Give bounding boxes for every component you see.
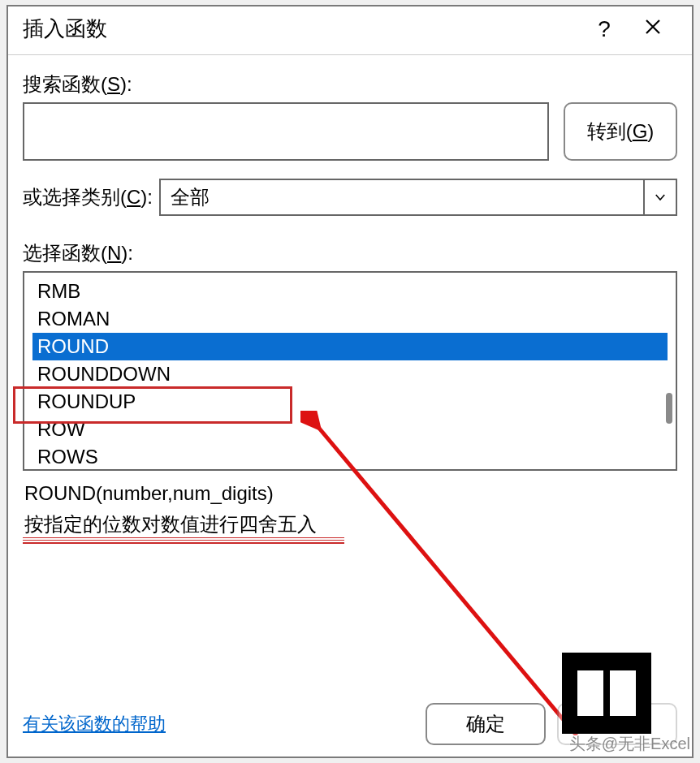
list-item[interactable]: ROMAN: [32, 305, 668, 333]
list-item[interactable]: ROUNDUP: [32, 388, 668, 416]
list-item[interactable]: ROUND: [32, 333, 668, 360]
list-item[interactable]: RMB: [32, 278, 668, 305]
scrollbar-handle[interactable]: [666, 393, 672, 424]
help-button[interactable]: ?: [580, 16, 629, 42]
function-syntax: ROUND(number,num_digits): [23, 482, 677, 505]
function-listbox[interactable]: RMBROMANROUNDROUNDDOWNROUNDUPROWROWS: [23, 271, 677, 471]
watermark-text: 头条@无非Excel: [569, 733, 690, 755]
list-item[interactable]: ROW: [32, 416, 668, 443]
category-label: 或选择类别(C):: [23, 184, 153, 210]
chevron-down-icon: [643, 180, 676, 214]
search-row: 转到(G): [23, 102, 677, 161]
function-description: 按指定的位数对数值进行四舍五入: [23, 511, 677, 537]
watermark-logo: [562, 653, 651, 734]
list-item[interactable]: ROUNDDOWN: [32, 360, 668, 388]
help-link[interactable]: 有关该函数的帮助: [23, 712, 166, 736]
list-item[interactable]: ROWS: [32, 443, 668, 471]
category-row: 或选择类别(C): 全部: [23, 179, 677, 216]
titlebar: 插入函数 ?: [8, 6, 692, 55]
category-selected: 全部: [171, 184, 210, 210]
category-select[interactable]: 全部: [159, 179, 677, 216]
insert-function-dialog: 插入函数 ? 搜索函数(S): 转到(G) 或选择类别(C): 全部: [6, 5, 694, 758]
close-icon: [643, 17, 663, 37]
close-button[interactable]: [629, 16, 677, 42]
go-button[interactable]: 转到(G): [564, 102, 677, 161]
search-input[interactable]: [23, 102, 549, 161]
search-label: 搜索函数(S):: [23, 71, 677, 97]
annotation-underline: [23, 537, 344, 541]
dialog-title: 插入函数: [23, 15, 107, 43]
ok-button[interactable]: 确定: [426, 703, 546, 745]
dialog-body: 搜索函数(S): 转到(G) 或选择类别(C): 全部 选择函数(N): RMB…: [8, 55, 692, 695]
function-list-label: 选择函数(N):: [23, 240, 677, 266]
